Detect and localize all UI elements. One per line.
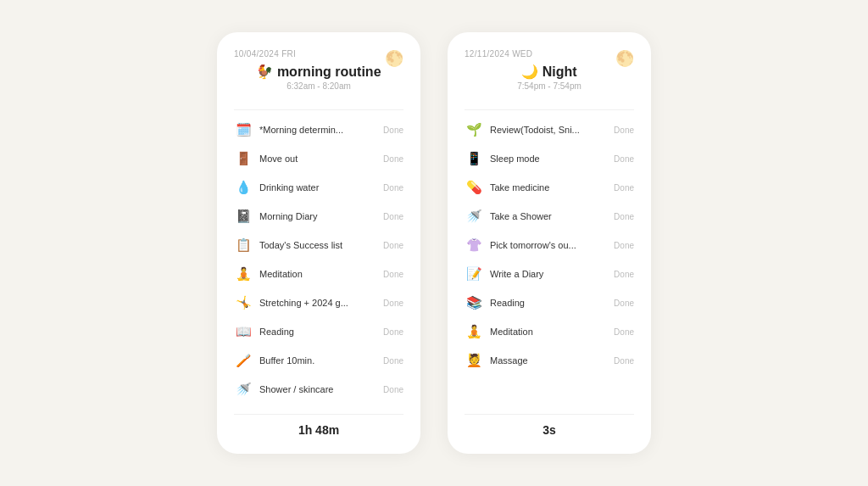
task-item: 🚿Take a ShowerDone <box>448 202 651 231</box>
task-icon: 📋 <box>234 236 253 254</box>
card-title-row: 🐓 morning routine6:32am - 8:20am <box>234 64 403 91</box>
task-status: Done <box>614 327 634 337</box>
card-morning: 10/04/2024 FRI🌕🐓 morning routine6:32am -… <box>217 32 420 454</box>
task-icon: 📝 <box>465 265 483 283</box>
task-item: 💆MassageDone <box>448 346 651 375</box>
card-header: 10/04/2024 FRI🌕🐓 morning routine6:32am -… <box>217 49 420 101</box>
card-date: 12/11/2024 WED <box>465 49 634 59</box>
task-icon: 🧘 <box>465 322 483 341</box>
task-status: Done <box>614 212 634 221</box>
task-item: 💊Take medicineDone <box>448 173 651 202</box>
task-name: Stretching + 2024 g... <box>259 298 376 308</box>
card-date: 10/04/2024 FRI <box>234 49 403 59</box>
task-item: 🪥Buffer 10min.Done <box>217 346 420 375</box>
task-item: 🌱Review(Todoist, Sni...Done <box>448 115 651 144</box>
task-name: Buffer 10min. <box>259 355 376 366</box>
task-status: Done <box>614 270 634 279</box>
task-status: Done <box>614 241 634 250</box>
task-status: Done <box>614 183 634 193</box>
task-item: 🤸Stretching + 2024 g...Done <box>217 288 420 317</box>
task-name: Take medicine <box>490 182 607 193</box>
task-status: Done <box>383 327 403 337</box>
task-item: 🗓️*Morning determin...Done <box>217 115 420 144</box>
task-icon: 📓 <box>234 207 253 226</box>
card-title: 🐓 morning routine <box>234 64 403 80</box>
task-name: *Morning determin... <box>259 125 376 135</box>
task-status: Done <box>383 183 403 193</box>
task-icon: 🤸 <box>234 293 253 312</box>
task-item: 📋Today's Success listDone <box>217 231 420 260</box>
task-item: 💧Drinking waterDone <box>217 173 420 202</box>
card-header: 12/11/2024 WED🌕🌙 Night7:54pm - 7:54pm <box>448 49 651 101</box>
card-time: 7:54pm - 7:54pm <box>465 81 634 91</box>
task-name: Drinking water <box>259 182 376 193</box>
task-icon: 🧘 <box>234 265 253 283</box>
card-footer: 3s <box>448 420 651 440</box>
task-icon: 👚 <box>465 236 483 254</box>
task-icon: 🪥 <box>234 351 253 370</box>
task-name: Take a Shower <box>490 211 607 221</box>
task-status: Done <box>383 241 403 250</box>
task-icon: 🚿 <box>234 380 253 399</box>
task-icon: 🚿 <box>465 207 483 226</box>
card-total-time: 3s <box>448 423 651 437</box>
task-item: 📓Morning DiaryDone <box>217 202 420 231</box>
task-status: Done <box>614 126 634 135</box>
divider-bottom <box>234 414 403 415</box>
task-item: 📚ReadingDone <box>448 288 651 317</box>
card-night: 12/11/2024 WED🌕🌙 Night7:54pm - 7:54pm🌱Re… <box>448 32 651 454</box>
cards-container: 10/04/2024 FRI🌕🐓 morning routine6:32am -… <box>200 15 668 471</box>
task-icon: 💆 <box>465 351 483 370</box>
task-status: Done <box>383 356 403 366</box>
task-icon: 🌱 <box>465 120 483 139</box>
task-icon: 🚪 <box>234 149 253 168</box>
task-list: 🗓️*Morning determin...Done🚪Move outDone💧… <box>217 110 420 409</box>
task-status: Done <box>383 212 403 221</box>
task-item: 🧘MeditationDone <box>217 260 420 288</box>
task-status: Done <box>383 385 403 394</box>
task-list: 🌱Review(Todoist, Sni...Done📱Sleep modeDo… <box>448 110 651 409</box>
task-name: Massage <box>490 355 607 366</box>
task-item: 👚Pick tomorrow's ou...Done <box>448 231 651 260</box>
task-status: Done <box>383 299 403 308</box>
card-badge-emoji: 🌕 <box>385 49 403 68</box>
task-name: Write a Diary <box>490 269 607 279</box>
task-name: Shower / skincare <box>259 384 376 394</box>
task-icon: 💊 <box>465 178 483 197</box>
card-footer: 1h 48m <box>217 420 420 440</box>
task-name: Meditation <box>490 327 607 337</box>
task-name: Review(Todoist, Sni... <box>490 125 607 135</box>
task-status: Done <box>614 356 634 366</box>
task-item: 📱Sleep modeDone <box>448 144 651 173</box>
task-name: Sleep mode <box>490 154 607 164</box>
task-status: Done <box>383 270 403 279</box>
task-item: 📖ReadingDone <box>217 317 420 346</box>
task-name: Meditation <box>259 269 376 279</box>
task-item: 🧘MeditationDone <box>448 317 651 346</box>
task-name: Pick tomorrow's ou... <box>490 240 607 250</box>
task-icon: 📱 <box>465 149 483 168</box>
task-item: 🚪Move outDone <box>217 144 420 173</box>
card-time: 6:32am - 8:20am <box>234 81 403 91</box>
task-icon: 💧 <box>234 178 253 197</box>
task-icon: 📖 <box>234 322 253 341</box>
card-badge-emoji: 🌕 <box>615 49 634 68</box>
task-status: Done <box>383 154 403 164</box>
task-name: Today's Success list <box>259 240 376 250</box>
task-icon: 🗓️ <box>234 120 253 139</box>
card-title-row: 🌙 Night7:54pm - 7:54pm <box>465 64 634 91</box>
card-title: 🌙 Night <box>465 64 634 80</box>
task-name: Reading <box>259 327 376 337</box>
divider-bottom <box>465 414 634 415</box>
task-item: 🚿Shower / skincareDone <box>217 375 420 404</box>
task-item: 📝Write a DiaryDone <box>448 260 651 288</box>
task-status: Done <box>383 126 403 135</box>
card-total-time: 1h 48m <box>217 423 420 437</box>
task-icon: 📚 <box>465 293 483 312</box>
task-status: Done <box>614 154 634 164</box>
task-status: Done <box>614 299 634 308</box>
task-name: Morning Diary <box>259 211 376 221</box>
task-name: Reading <box>490 298 607 308</box>
task-name: Move out <box>259 154 376 164</box>
